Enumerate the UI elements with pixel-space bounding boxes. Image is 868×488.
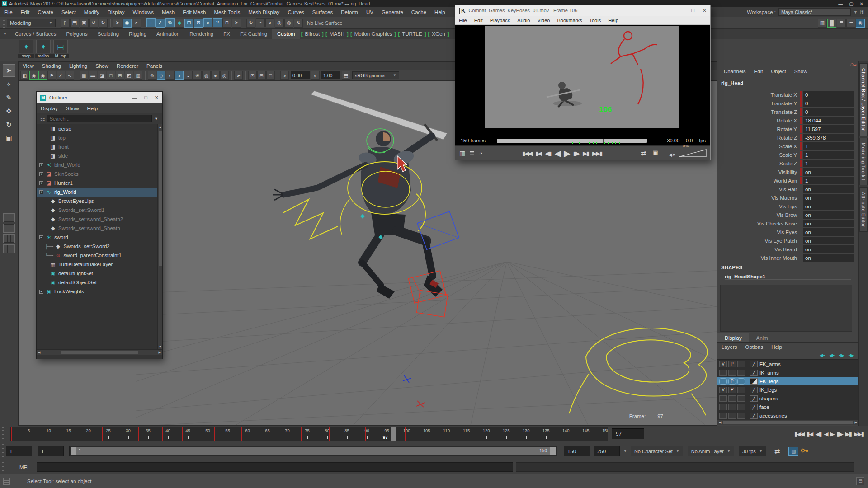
step-forward-frame-button[interactable]: ▮▶ xyxy=(837,431,843,437)
channel-value[interactable]: 0 xyxy=(803,91,854,99)
player-menu-bookmarks[interactable]: Bookmarks xyxy=(553,18,585,23)
exposure-field[interactable]: 0.00 xyxy=(291,71,310,79)
layer-type-icon[interactable]: ╱ xyxy=(750,404,758,410)
close-button[interactable]: ✕ xyxy=(860,1,863,6)
layer-type-icon[interactable]: ╱ xyxy=(750,395,758,402)
playback-start-field[interactable]: 1 xyxy=(38,446,64,456)
channel-row-vis-cheeks-nose[interactable]: Vis Cheeks Noseon xyxy=(717,219,859,228)
ipr-render-icon[interactable]: ◕ xyxy=(265,18,274,27)
lasso-tool-icon[interactable]: ⟡ xyxy=(3,78,15,90)
select-object-icon[interactable]: ◉ xyxy=(123,19,132,28)
layer-type-icon[interactable]: ╱ xyxy=(750,370,758,376)
expand-toggle-icon[interactable]: + xyxy=(39,163,43,167)
modeling-toolkit-toggle-icon[interactable]: ▥ xyxy=(818,19,827,28)
channel-value[interactable]: 11.597 xyxy=(803,125,854,133)
layer-display-type-toggle[interactable] xyxy=(737,395,745,402)
outliner-item-swords-set-sword2[interactable]: ├─•◆Swords_set:Sword2 xyxy=(37,242,162,251)
search-input[interactable] xyxy=(47,115,152,122)
menu-generate[interactable]: Generate xyxy=(377,9,407,15)
auto-keyframe-icon[interactable] xyxy=(801,447,809,456)
channel-value[interactable]: on xyxy=(803,194,854,202)
layer-display-type-toggle[interactable] xyxy=(737,387,745,393)
layer-visibility-toggle[interactable] xyxy=(719,370,727,376)
viewport-menu-renderer[interactable]: Renderer xyxy=(113,63,142,69)
channel-box-menu-object[interactable]: Object xyxy=(767,69,789,74)
channel-row-scale-x[interactable]: Scale X1 xyxy=(717,142,859,150)
channel-row-vis-inner-mouth[interactable]: Vis Inner Mouthon xyxy=(717,253,859,262)
step-forward-button[interactable]: ▮▶ xyxy=(572,150,580,157)
outliner-item-turtledefaultbakelayer[interactable]: ▦TurtleDefaultBakeLayer xyxy=(37,260,162,269)
channel-row-rotate-x[interactable]: Rotate X18.044 xyxy=(717,116,859,125)
prev-key-button[interactable]: ▮◀ xyxy=(534,150,542,157)
move-layer-down-icon[interactable]: ◀▪ xyxy=(829,352,835,358)
paint-effects-icon[interactable]: ↯ xyxy=(294,19,303,28)
step-back-frame-button[interactable]: ◀▮ xyxy=(815,431,821,437)
menu-uv[interactable]: UV xyxy=(362,9,377,15)
menu-mesh-tools[interactable]: Mesh Tools xyxy=(210,9,244,15)
shelf-tab-turtle[interactable]: TURTLE xyxy=(401,31,424,37)
channel-value[interactable]: 0 xyxy=(803,99,854,107)
menu-edit[interactable]: Edit xyxy=(17,9,34,15)
outliner-item-rig-world[interactable]: +∿rig_World xyxy=(37,188,162,197)
tool-settings-toggle-icon[interactable]: ≔ xyxy=(846,19,855,28)
color-palette-icon[interactable]: ◔ xyxy=(479,150,482,157)
menu-help[interactable]: Help xyxy=(430,9,449,15)
outliner-item-persp[interactable]: ◨persp xyxy=(37,124,162,133)
viewport-toolbar-icon[interactable]: □ xyxy=(266,71,275,80)
layer-type-icon[interactable]: ╱ xyxy=(750,413,758,419)
play-backwards-button[interactable]: ◀ xyxy=(553,148,561,159)
channel-value[interactable]: 1 xyxy=(803,142,854,150)
layer-row-accessories[interactable]: ╱accessories xyxy=(717,411,859,420)
outliner-item-defaultobjectset[interactable]: ◉defaultObjectSet xyxy=(37,278,162,287)
channel-value[interactable]: on xyxy=(803,202,854,210)
go-to-start-button[interactable]: ▮◀◀ xyxy=(794,431,804,437)
channel-row-scale-z[interactable]: Scale Z1 xyxy=(717,159,859,168)
channel-row-vis-eyes[interactable]: Vis Eyeson xyxy=(717,228,859,236)
viewport-menu-view[interactable]: View xyxy=(19,63,38,69)
channel-value[interactable]: 1 xyxy=(803,160,854,167)
layer-type-icon[interactable]: ╱ xyxy=(750,378,758,385)
character-set-select[interactable]: No Character Set▼ xyxy=(631,446,683,456)
expand-toggle-icon[interactable]: − xyxy=(39,235,43,239)
maximize-button[interactable]: ▢ xyxy=(849,1,853,6)
shelf-tab-fx[interactable]: FX xyxy=(218,29,235,39)
shelf-tab-rendering[interactable]: Rendering xyxy=(184,29,218,39)
play-forwards-button[interactable]: ▶ xyxy=(830,431,834,437)
volume-ramp[interactable] xyxy=(679,149,707,157)
channel-row-rotate-y[interactable]: Rotate Y11.597 xyxy=(717,125,859,133)
animation-start-field[interactable]: 1 xyxy=(6,446,32,456)
channel-value[interactable]: -359.378 xyxy=(803,134,854,141)
maximize-button[interactable]: □ xyxy=(691,8,694,14)
viewport-menu-show[interactable]: Show xyxy=(91,63,113,69)
command-language-label[interactable]: MEL xyxy=(19,465,30,470)
layer-playback-toggle[interactable] xyxy=(728,370,736,376)
viewport-toolbar-icon[interactable]: ◎ xyxy=(220,71,229,80)
layer-playback-toggle[interactable] xyxy=(728,413,736,419)
viewport-menu-shading[interactable]: Shading xyxy=(38,63,65,69)
menu-create[interactable]: Create xyxy=(33,9,57,15)
play-forwards-button[interactable]: ▶ xyxy=(563,148,571,159)
outliner-item-top[interactable]: ◨top xyxy=(37,133,162,142)
outliner-item-bind-world[interactable]: +≺bind_World xyxy=(37,160,162,169)
grip-handle[interactable] xyxy=(2,444,4,458)
playback-end-field[interactable]: 150 xyxy=(564,446,590,456)
layer-visibility-toggle[interactable] xyxy=(719,395,727,402)
layer-row-ik_legs[interactable]: VP╱IK_legs xyxy=(717,385,859,394)
render-settings-icon[interactable]: ◎ xyxy=(275,19,284,28)
playhead[interactable] xyxy=(603,139,604,143)
layer-visibility-toggle[interactable]: V xyxy=(719,361,727,367)
new-layer-icon[interactable]: ▪▶ xyxy=(849,352,854,358)
lock-workspace-icon[interactable]: ⚿ xyxy=(860,9,864,15)
viewport-toolbar-icon[interactable]: ∠ xyxy=(57,71,65,80)
menu-display[interactable]: Display xyxy=(104,9,129,15)
layer-display-type-toggle[interactable] xyxy=(737,404,745,410)
scale-tool-icon[interactable]: ▣ xyxy=(3,132,15,145)
fps-select[interactable]: 30 fps▼ xyxy=(739,446,766,456)
layer-display-type-toggle[interactable] xyxy=(737,413,745,419)
attribute-editor-toggle-icon[interactable]: ≣ xyxy=(837,19,846,28)
vertical-tab-modeling-toolkit[interactable]: Modeling Toolkit xyxy=(859,138,868,185)
layout-split-icon[interactable] xyxy=(3,234,15,243)
channel-row-vis-macros[interactable]: Vis Macroson xyxy=(717,193,859,202)
channel-row-vis-brow[interactable]: Vis Browon xyxy=(717,211,859,219)
outliner-menu-show[interactable]: Show xyxy=(62,106,83,111)
